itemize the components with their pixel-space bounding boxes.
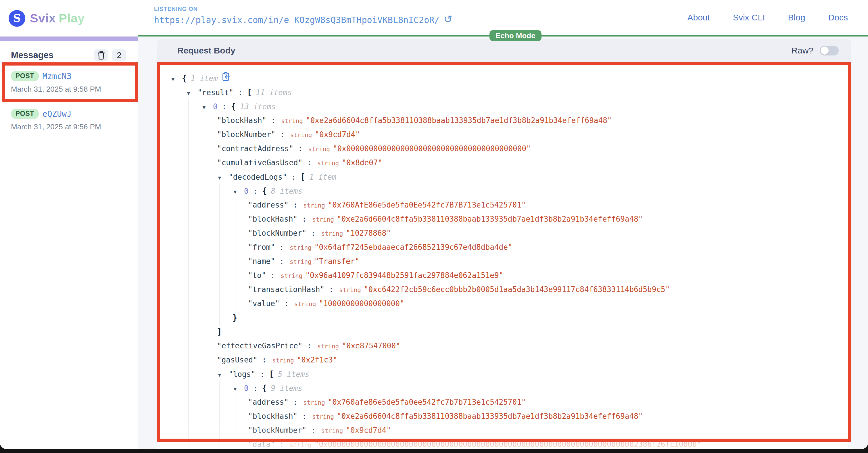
json-key: "data" (248, 440, 275, 449)
json-row: "effectiveGasPrice" : string"0xe87547000… (157, 339, 851, 353)
json-row: ▼0 : {9 items (157, 381, 851, 395)
json-viewer: ▼{1 item▼"result" : [11 items▼0 : {13 it… (157, 62, 851, 449)
json-key: "address" (248, 398, 288, 406)
indent-guide (219, 212, 235, 226)
json-key: "blockNumber" (248, 229, 307, 237)
brand-part1: Svix (30, 11, 56, 25)
nav-link-docs[interactable]: Docs (828, 13, 848, 23)
value-type-label: string (321, 230, 343, 237)
collapse-toggle-icon[interactable]: ▼ (217, 171, 228, 185)
indent-guide (188, 297, 204, 311)
json-row: "contractAddress" : string"0x00000000000… (157, 142, 851, 156)
json-bracket: [ (247, 88, 252, 97)
value-type-label: string (281, 118, 303, 124)
indent-guide (188, 381, 204, 395)
indent-guide (219, 240, 235, 254)
json-string-value: "10000000000000000" (319, 299, 404, 308)
json-colon: : (288, 201, 302, 209)
json-row: "name" : string"Transfer" (157, 254, 851, 269)
top-nav: AboutSvix CLIBlogDocs (687, 0, 848, 35)
clear-messages-button[interactable] (94, 49, 108, 61)
copy-to-clipboard-icon[interactable] (222, 74, 230, 83)
indent-guide (219, 226, 235, 240)
json-colon: : (267, 116, 280, 125)
json-row-content: "value" : string"10000000000000000" (248, 297, 404, 311)
collapse-toggle-icon[interactable]: ▼ (217, 368, 228, 382)
message-id: MzmcN3 (42, 71, 71, 81)
nav-link-about[interactable]: About (687, 13, 710, 23)
json-index: 0 (244, 384, 249, 393)
json-string-value: "0x9cd7d4" (315, 130, 360, 139)
json-string-value: "0x0000000000000000000000000000000000000… (314, 440, 701, 449)
json-row: "to" : string"0x96a41097fc839448b2591fac… (157, 269, 851, 282)
value-type-label: string (303, 399, 325, 406)
messages-header: Messages 2 (11, 49, 126, 61)
json-row-content: } (232, 311, 238, 325)
value-type-label: string (317, 343, 339, 350)
item-count-label: 13 items (240, 102, 276, 111)
indent-guide (188, 170, 204, 184)
indent-guide (173, 325, 188, 339)
json-key: "value" (248, 299, 280, 308)
json-row-content: "address" : string"0x760afe86e5de5fa0ee5… (248, 395, 526, 409)
nav-link-svix-cli[interactable]: Svix CLI (733, 13, 765, 23)
json-row-content: "blockHash" : string"0xe2a6d6604c8ffa5b3… (217, 114, 612, 128)
collapse-toggle-icon[interactable]: ▼ (170, 72, 182, 87)
json-colon: : (288, 398, 302, 406)
brand-logo[interactable]: S SvixPlay (0, 0, 138, 36)
indent-guide (173, 311, 188, 325)
trash-icon (97, 51, 105, 60)
json-bracket: } (232, 313, 238, 323)
json-colon: : (324, 285, 338, 294)
json-row-content: ▼"logs" : [5 items (217, 367, 309, 381)
json-row-content: ▼{1 item (170, 71, 230, 85)
method-badge: POST (11, 109, 39, 119)
indent-guide (204, 437, 219, 449)
indent-guide (219, 254, 235, 269)
value-type-label: string (290, 244, 312, 251)
json-row-content: ] (217, 325, 222, 339)
json-key: "result" (197, 88, 234, 97)
indent-guide (173, 254, 188, 269)
collapse-toggle-icon[interactable]: ▼ (232, 382, 244, 396)
json-string-value: "Transfer" (314, 257, 360, 266)
json-colon: : (280, 299, 293, 308)
value-type-label: string (312, 216, 334, 223)
indent-guide (188, 142, 204, 156)
collapse-toggle-icon[interactable]: ▼ (232, 185, 244, 199)
nav-link-blog[interactable]: Blog (788, 13, 805, 23)
json-row: ▼{1 item (157, 71, 851, 85)
json-key: "effectiveGasPrice" (217, 341, 302, 350)
json-row: "data" : string"0x0000000000000000000000… (157, 437, 851, 449)
indent-guide (173, 353, 188, 367)
indent-guide (188, 282, 204, 297)
indent-guide (173, 240, 188, 254)
message-list-item[interactable]: POSTMzmcN3March 31, 2025 at 9:58 PM (0, 66, 138, 98)
json-row-content: "transactionHash" : string"0xc6422f2cb59… (248, 282, 670, 297)
collapse-toggle-icon[interactable]: ▼ (202, 100, 213, 115)
indent-guide (188, 353, 204, 367)
value-type-label: string (339, 286, 361, 294)
raw-toggle[interactable] (820, 46, 839, 56)
message-list-item[interactable]: POSTeQZUwJMarch 31, 2025 at 9:56 PM (0, 103, 138, 136)
json-string-value: "0xe2a6d6604c8ffa5b338110388baab133935db… (337, 215, 643, 223)
json-row-content: ▼0 : {13 items (202, 99, 276, 114)
json-key: "blockNumber" (248, 426, 307, 434)
collapse-toggle-icon[interactable]: ▼ (186, 87, 197, 100)
json-row: ▼0 : {13 items (157, 99, 851, 114)
content-area: Request Body Raw? ▼{1 item▼"result" : [1… (138, 36, 868, 449)
echo-mode-badge: Echo Mode (490, 30, 541, 41)
json-string-value: "0x760AfE86e5de5fa0Ee542fc7B7B713e1c5425… (328, 201, 526, 209)
indent-guide (188, 254, 204, 269)
indent-guide (173, 156, 188, 170)
message-list: POSTMzmcN3March 31, 2025 at 9:58 PMPOSTe… (0, 66, 138, 141)
json-colon: : (276, 130, 289, 139)
refresh-icon[interactable]: ↺ (443, 14, 452, 24)
json-row: "cumulativeGasUsed" : string"0x8de07" (157, 156, 851, 170)
json-colon: : (249, 384, 262, 393)
listening-label: LISTENING ON (154, 6, 453, 12)
message-timestamp: March 31, 2025 at 9:56 PM (11, 122, 132, 131)
json-colon: : (234, 88, 247, 97)
messages-title: Messages (11, 50, 90, 60)
indent-guide (173, 142, 188, 156)
